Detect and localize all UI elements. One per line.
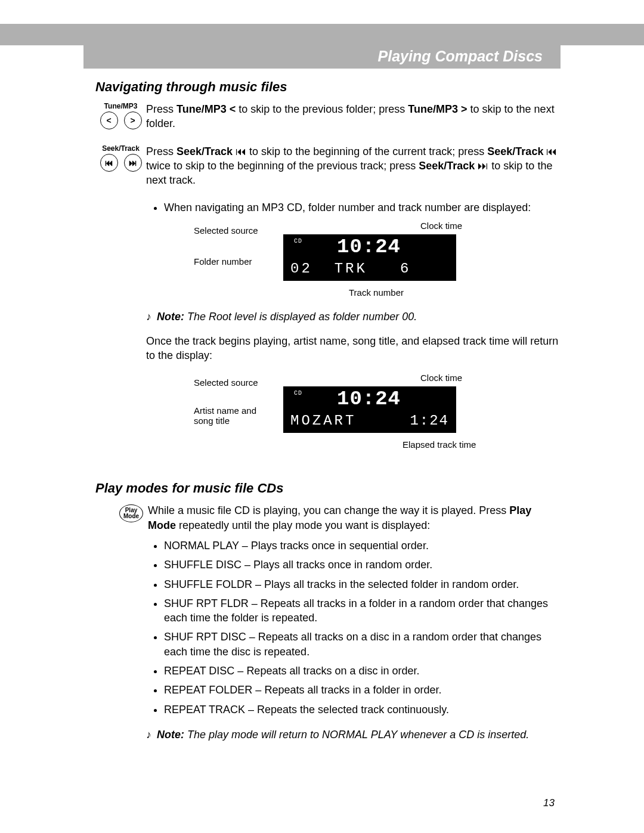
- play-mode-item: NORMAL PLAY – Plays tracks once in seque…: [164, 538, 561, 553]
- tune-prev-button-icon: <: [100, 112, 118, 129]
- call2-artist1: Artist name and: [194, 406, 256, 416]
- music-note-icon: ♪: [146, 311, 151, 323]
- seek-next-icon: ⏭: [124, 154, 142, 172]
- lcd2-clock: 10:24: [337, 388, 401, 410]
- note-1: ♪ Note: The Root level is displayed as f…: [146, 311, 561, 323]
- lcd1-ampm: AM: [392, 239, 398, 245]
- call-folder-number: Folder number: [194, 257, 252, 267]
- seek-label: Seek/Track: [95, 144, 146, 153]
- play-mode-item: SHUF RPT FLDR – Repeats all tracks in a …: [164, 596, 561, 625]
- play-mode-button-icon: PlayMode: [119, 504, 143, 522]
- call2-artist2: song title: [194, 416, 230, 426]
- play-mode-item: SHUFFLE DISC – Plays all tracks once in …: [164, 558, 561, 572]
- display1-figure: Selected source Clock time Folder number…: [182, 221, 528, 299]
- play-mode-item: SHUFFLE FOLDR – Plays all tracks in the …: [164, 577, 561, 592]
- play-mode-item: SHUF RPT DISC – Repeats all tracks on a …: [164, 630, 561, 659]
- nav-bullet: When navigating an MP3 CD, folder number…: [146, 200, 561, 215]
- music-note-icon-2: ♪: [146, 729, 151, 741]
- call2-elapsed: Elapsed track time: [402, 440, 476, 450]
- tune-label: Tune/MP3: [95, 102, 146, 110]
- play-modes-list: NORMAL PLAY – Plays tracks once in seque…: [146, 538, 561, 717]
- page-header: Playing Compact Discs: [83, 45, 561, 69]
- lcd2-ampm: AM: [392, 391, 398, 397]
- tune-next-button-icon: >: [124, 112, 142, 129]
- seek-prev-icon: ⏮: [100, 154, 118, 172]
- seek-text: Press Seek/Track ⏮ to skip to the beginn…: [146, 144, 561, 190]
- lcd1-source: CD: [294, 238, 302, 244]
- lcd1-clock: 10:24: [337, 236, 401, 258]
- call-track-number: Track number: [349, 288, 404, 298]
- note-2: ♪ Note: The play mode will return to NOR…: [146, 729, 561, 741]
- lcd2-source: CD: [294, 390, 302, 397]
- lcd2-elapsed: 1:24: [410, 413, 449, 429]
- play-mode-item: REPEAT DISC – Repeats all tracks on a di…: [164, 664, 561, 678]
- page-number: 13: [543, 797, 555, 809]
- tune-icon-col: Tune/MP3 < >: [95, 102, 146, 129]
- tune-row: Tune/MP3 < > Press Tune/MP3 < to skip to…: [95, 102, 561, 134]
- tune-text: Press Tune/MP3 < to skip to the previous…: [146, 102, 561, 134]
- display2-figure: Selected source Clock time Artist name a…: [182, 373, 528, 463]
- play-mode-item: REPEAT TRACK – Repeats the selected trac…: [164, 702, 561, 717]
- para-after-note1: Once the track begins playing, artist na…: [146, 334, 561, 363]
- call2-clock-time: Clock time: [420, 373, 462, 383]
- section2-heading: Play modes for music file CDs: [95, 481, 561, 496]
- seek-row: Seek/Track ⏮ ⏭ Press Seek/Track ⏮ to ski…: [95, 144, 561, 190]
- lcd2-artist: MOZART: [290, 413, 356, 429]
- lcd-display-2: CD 10:24 AM MOZART 1:24: [283, 386, 456, 433]
- lcd-display-1: CD 10:24 AM 02 TRK 6: [283, 234, 456, 281]
- play-mode-item: REPEAT FOLDER – Repeats all tracks in a …: [164, 683, 561, 697]
- call-selected-source: Selected source: [194, 226, 258, 236]
- top-grey-bar: [0, 24, 644, 45]
- call-clock-time: Clock time: [420, 221, 462, 231]
- section1-heading: Navigating through music files: [95, 79, 561, 95]
- lcd1-folder: 02 TRK 6: [290, 261, 411, 277]
- seek-icon-col: Seek/Track ⏮ ⏭: [95, 144, 146, 172]
- playmode-row: PlayMode While a music file CD is playin…: [119, 503, 561, 535]
- call2-selected-source: Selected source: [194, 378, 258, 388]
